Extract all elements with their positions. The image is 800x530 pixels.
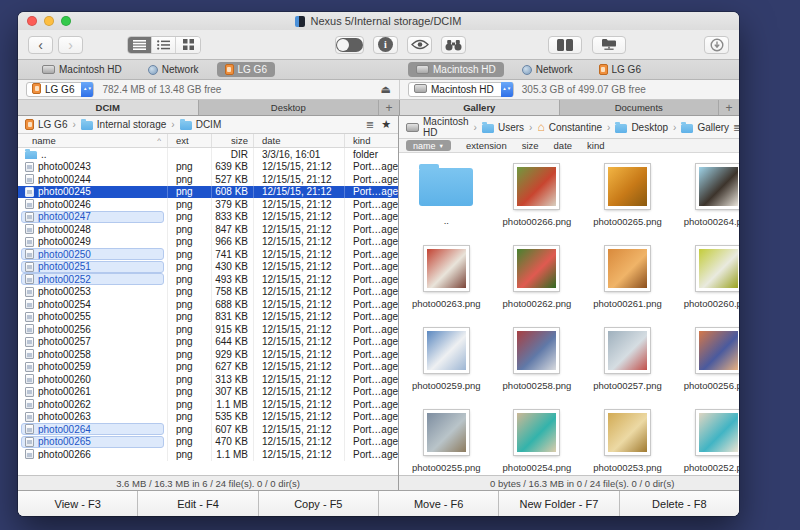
favorites-star-icon[interactable]: ★ [381, 118, 391, 131]
file-row[interactable]: photo00253png758 KB12/15/15, 21:12Port…a… [18, 286, 398, 299]
drive-button-macintosh-hd[interactable]: Macintosh HD [408, 62, 504, 77]
grid-item-photo00264-png[interactable]: photo00264.png [673, 155, 739, 237]
eject-button[interactable]: ⏏ [381, 83, 391, 96]
file-row[interactable]: photo00251png430 KB12/15/15, 21:12Port…a… [18, 261, 398, 274]
column-header-kind[interactable]: kind [345, 134, 398, 147]
file-row[interactable]: photo00247png833 KB12/15/15, 21:12Port…a… [18, 211, 398, 224]
breadcrumb-item-desktop[interactable]: Desktop [615, 122, 668, 133]
sort-column-extension[interactable]: extension [466, 140, 507, 151]
new-tab-button[interactable]: + [719, 100, 739, 115]
tab-dcim[interactable]: DCIM [18, 100, 199, 115]
file-row[interactable]: photo00259png627 KB12/15/15, 21:12Port…a… [18, 361, 398, 374]
file-row[interactable]: photo00244png527 KB12/15/15, 21:12Port…a… [18, 173, 398, 186]
function-button-move-f6[interactable]: Move - F6 [379, 491, 499, 516]
volume-stepper-right[interactable]: ▲▼ [501, 82, 513, 97]
history-list-icon[interactable]: ≣ [733, 122, 739, 133]
title-bar[interactable]: Nexus 5/Internal storage/DCIM [18, 12, 739, 30]
grid-item-photo00260-png[interactable]: photo00260.png [673, 237, 739, 319]
preview-button[interactable] [407, 36, 432, 54]
grid-view-button[interactable] [176, 37, 200, 53]
file-row[interactable]: photo00260png313 KB12/15/15, 21:12Port…a… [18, 373, 398, 386]
grid-item-photo00265-png[interactable]: photo00265.png [582, 155, 673, 237]
back-button[interactable]: ‹ [28, 36, 53, 54]
detail-view-button[interactable] [152, 37, 176, 53]
grid-item-[interactable]: .. [401, 155, 492, 237]
tab-desktop[interactable]: Desktop [199, 100, 380, 115]
forward-button[interactable]: › [58, 36, 83, 54]
file-row[interactable]: photo00250png741 KB12/15/15, 21:12Port…a… [18, 248, 398, 261]
sort-pill-name[interactable]: name▼ [406, 140, 451, 151]
breadcrumb-item-macintosh-hd[interactable]: Macintosh HD [406, 116, 469, 138]
grid-item-photo00252-png[interactable]: photo00252.png [673, 401, 739, 475]
file-row[interactable]: photo00256png915 KB12/15/15, 21:12Port…a… [18, 323, 398, 336]
file-row[interactable]: photo00243png639 KB12/15/15, 21:12Port…a… [18, 161, 398, 174]
list-view-button[interactable] [128, 37, 152, 53]
network-connect-button[interactable] [592, 36, 626, 54]
file-row[interactable]: photo00264png607 KB12/15/15, 21:12Port…a… [18, 423, 398, 436]
file-row[interactable]: photo00262png1.1 MB12/15/15, 21:12Port…a… [18, 398, 398, 411]
file-row[interactable]: photo00249png966 KB12/15/15, 21:12Port…a… [18, 236, 398, 249]
grid-item-photo00255-png[interactable]: photo00255.png [401, 401, 492, 475]
breadcrumb-item-internal-storage[interactable]: Internal storage [81, 119, 167, 130]
grid-item-photo00263-png[interactable]: photo00263.png [401, 237, 492, 319]
volume-stepper-left[interactable]: ▲▼ [81, 82, 93, 97]
new-tab-button[interactable]: + [379, 100, 399, 115]
minimize-window-button[interactable] [44, 16, 54, 26]
info-button[interactable]: i [373, 36, 398, 54]
tab-gallery[interactable]: Gallery [400, 100, 560, 115]
toggle-button[interactable] [335, 36, 364, 54]
file-row[interactable]: photo00265png470 KB12/15/15, 21:12Port…a… [18, 436, 398, 449]
breadcrumb-item-dcim[interactable]: DCIM [180, 119, 222, 130]
download-button[interactable] [704, 36, 729, 54]
column-header-name[interactable]: name^ [18, 134, 168, 147]
function-button-delete-f8[interactable]: Delete - F8 [620, 491, 739, 516]
sort-column-date[interactable]: date [554, 140, 573, 151]
file-row[interactable]: photo00248png847 KB12/15/15, 21:12Port…a… [18, 223, 398, 236]
grid-item-photo00262-png[interactable]: photo00262.png [492, 237, 583, 319]
volume-select-left[interactable]: LG G6 ▲▼ [26, 82, 94, 97]
sort-column-kind[interactable]: kind [587, 140, 604, 151]
drive-button-network[interactable]: Network [514, 62, 581, 77]
file-row[interactable]: photo00255png831 KB12/15/15, 21:12Port…a… [18, 311, 398, 324]
sort-column-size[interactable]: size [522, 140, 539, 151]
breadcrumb-item-users[interactable]: Users [482, 122, 524, 133]
function-button-new-folder-f7[interactable]: New Folder - F7 [499, 491, 619, 516]
grid-item-photo00253-png[interactable]: photo00253.png [582, 401, 673, 475]
file-row[interactable]: photo00252png493 KB12/15/15, 21:12Port…a… [18, 273, 398, 286]
file-row[interactable]: photo00245png608 KB12/15/15, 21:12Port…a… [18, 186, 398, 199]
history-list-icon[interactable]: ≣ [366, 119, 374, 130]
breadcrumb-item-constantine[interactable]: ⌂Constantine [537, 122, 602, 133]
close-window-button[interactable] [27, 16, 37, 26]
file-row[interactable]: photo00266png1.1 MB12/15/15, 21:12Port…a… [18, 448, 398, 461]
file-row[interactable]: photo00261png307 KB12/15/15, 21:12Port…a… [18, 386, 398, 399]
grid-item-photo00258-png[interactable]: photo00258.png [492, 319, 583, 401]
grid-item-photo00256-png[interactable]: photo00256.png [673, 319, 739, 401]
dual-pane-button[interactable] [548, 36, 582, 54]
breadcrumb-item-gallery[interactable]: Gallery [681, 122, 729, 133]
drive-button-macintosh-hd[interactable]: Macintosh HD [34, 62, 130, 77]
file-row[interactable]: ..DIR3/3/16, 16:01folder [18, 148, 398, 161]
grid-item-photo00254-png[interactable]: photo00254.png [492, 401, 583, 475]
file-row[interactable]: photo00257png644 KB12/15/15, 21:12Port…a… [18, 336, 398, 349]
file-row[interactable]: photo00258png929 KB12/15/15, 21:12Port…a… [18, 348, 398, 361]
function-button-copy-f5[interactable]: Copy - F5 [259, 491, 379, 516]
grid-item-photo00266-png[interactable]: photo00266.png [492, 155, 583, 237]
drive-button-lg-g6[interactable]: LG G6 [217, 62, 275, 77]
volume-select-right[interactable]: Macintosh HD ▲▼ [408, 82, 514, 97]
file-row[interactable]: photo00246png379 KB12/15/15, 21:12Port…a… [18, 198, 398, 211]
column-header-date[interactable]: date [254, 134, 345, 147]
drive-button-lg-g6[interactable]: LG G6 [591, 62, 649, 77]
grid-item-photo00257-png[interactable]: photo00257.png [582, 319, 673, 401]
function-button-view-f3[interactable]: View - F3 [18, 491, 138, 516]
grid-item-photo00261-png[interactable]: photo00261.png [582, 237, 673, 319]
zoom-window-button[interactable] [61, 16, 71, 26]
grid-item-photo00259-png[interactable]: photo00259.png [401, 319, 492, 401]
file-row[interactable]: photo00254png688 KB12/15/15, 21:12Port…a… [18, 298, 398, 311]
tab-documents[interactable]: Documents [560, 100, 720, 115]
search-button[interactable] [441, 36, 466, 54]
column-header-ext[interactable]: ext [168, 134, 212, 147]
drive-button-network[interactable]: Network [140, 62, 207, 77]
file-row[interactable]: photo00263png535 KB12/15/15, 21:12Port…a… [18, 411, 398, 424]
column-header-size[interactable]: size [212, 134, 254, 147]
function-button-edit-f4[interactable]: Edit - F4 [138, 491, 258, 516]
